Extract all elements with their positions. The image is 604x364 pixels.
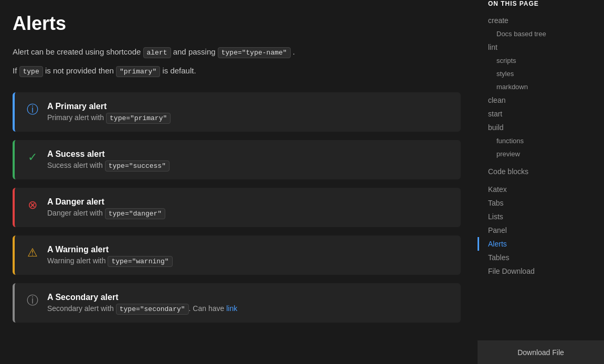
sidebar-item-build[interactable]: build [478,121,557,134]
main-content: Alerts Alert can be created using shortc… [0,0,478,364]
primary-desc: Primary alert with type="primary" [47,113,171,122]
sidebar-item-functions[interactable]: functions [478,134,557,147]
primary-code: type="primary" [106,113,171,124]
alert-success: ✓ A Sucess alert Sucess alert with type=… [13,140,461,179]
success-desc: Sucess alert with type="success" [47,161,169,170]
sidebar-item-tabs[interactable]: Tabs [478,196,557,210]
intro-line-2: If type is not provided then "primary" i… [13,64,461,78]
sidebar-item-katex[interactable]: Katex [478,183,557,196]
sidebar-item-markdown[interactable]: markdown [478,80,557,93]
success-icon: ✓ [25,150,40,165]
alert-danger: ⊗ A Danger alert Danger alert with type=… [13,188,461,227]
sidebar-wrapper: ON THIS PAGE createDocs based treelintsc… [478,0,557,364]
secondary-desc: Secondary alert with type="secondary". C… [47,304,237,313]
sidebar-item-clean[interactable]: clean [478,93,557,107]
primary-title: A Primary alert [47,102,171,111]
code-primary-default: "primary" [116,66,160,77]
success-title: A Sucess alert [47,149,169,159]
code-alert: alert [143,47,171,58]
secondary-title: A Secondary alert [47,293,237,302]
warning-desc: Warning alert with type="warning" [47,256,173,265]
sidebar-items: createDocs based treelintscriptsstylesma… [478,14,557,278]
secondary-icon: ⓘ [25,293,40,308]
success-code: type="success" [105,160,169,172]
sidebar-spacer [478,160,557,165]
sidebar-item-panel[interactable]: Panel [478,223,557,237]
sidebar-spacer [478,178,557,183]
danger-desc: Danger alert with type="danger" [47,209,165,218]
code-type-name: type="type-name" [218,47,291,58]
warning-icon: ⚠ [25,245,40,260]
page-title: Alerts [13,13,461,35]
warning-code: type="warning" [108,256,172,267]
download-file-button[interactable]: Download File [478,341,604,364]
sidebar-item-docs-based-tree[interactable]: Docs based tree [478,27,557,40]
sidebar-item-code-blocks[interactable]: Code blocks [478,165,557,178]
alert-warning: ⚠ A Warning alert Warning alert with typ… [13,235,461,275]
primary-body: A Primary alert Primary alert with type=… [47,102,171,122]
warning-title: A Warning alert [47,245,173,254]
sidebar-item-preview[interactable]: preview [478,147,557,160]
sidebar-item-file-download[interactable]: File Download [478,264,557,278]
sidebar-item-lint[interactable]: lint [478,40,557,54]
sidebar-item-create[interactable]: create [478,14,557,27]
alert-secondary: ⓘ A Secondary alert Secondary alert with… [13,283,461,323]
sidebar-item-scripts[interactable]: scripts [478,54,557,67]
alerts-container: ⓘ A Primary alert Primary alert with typ… [13,92,461,323]
secondary-body: A Secondary alert Secondary alert with t… [47,293,237,313]
intro-line-1: Alert can be created using shortcode ale… [13,45,461,59]
sidebar-item-alerts[interactable]: Alerts [478,237,557,251]
sidebar: ON THIS PAGE createDocs based treelintsc… [478,0,557,364]
danger-body: A Danger alert Danger alert with type="d… [47,197,165,218]
sidebar-item-styles[interactable]: styles [478,67,557,80]
danger-title: A Danger alert [47,197,165,207]
sidebar-item-start[interactable]: start [478,107,557,121]
danger-icon: ⊗ [25,198,40,212]
danger-code: type="danger" [105,208,165,219]
code-type: type [19,66,43,77]
secondary-code: type="secondary" [116,304,189,315]
secondary-link[interactable]: link [226,304,237,313]
primary-icon: ⓘ [25,102,40,117]
sidebar-bottom: Download File [478,340,604,364]
sidebar-item-tables[interactable]: Tables [478,251,557,264]
sidebar-heading: ON THIS PAGE [478,0,557,14]
success-body: A Sucess alert Sucess alert with type="s… [47,149,169,170]
warning-body: A Warning alert Warning alert with type=… [47,245,173,265]
sidebar-item-lists[interactable]: Lists [478,210,557,223]
alert-primary: ⓘ A Primary alert Primary alert with typ… [13,92,461,132]
